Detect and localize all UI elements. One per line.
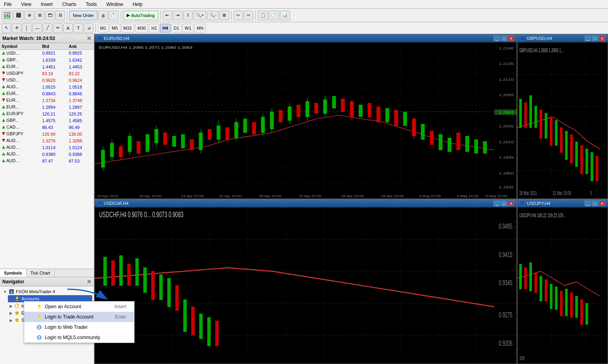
- tab-tick-chart[interactable]: Tick Chart: [27, 269, 55, 277]
- tf-mn[interactable]: MN: [194, 24, 206, 32]
- usdjpy-title-bar: USDJPY,H4 _ □ ✕: [517, 199, 608, 207]
- toolbar-btn-16[interactable]: 📊: [280, 11, 290, 20]
- tf-h1[interactable]: H1: [149, 24, 159, 32]
- toolbar-btn-4[interactable]: ⊞: [35, 11, 44, 20]
- text-tool[interactable]: A: [63, 23, 73, 33]
- context-login-web[interactable]: Login to Web Trader: [24, 322, 134, 332]
- svg-text:USDJPY,H4  109.22  109.25  109: USDJPY,H4 109.22 109.25 109...: [519, 212, 566, 218]
- menu-insert[interactable]: Insert: [38, 1, 55, 8]
- usdchf-chart-content[interactable]: USDCHF,H4 0.9076 0... 0.9073 0.9083 0.94…: [95, 207, 517, 364]
- zoom-in-btn[interactable]: 🔍+: [194, 11, 206, 20]
- symbol-cell: AUD...: [0, 137, 40, 144]
- usdjpy-maximize[interactable]: □: [592, 201, 598, 206]
- eurusd-minimize[interactable]: _: [494, 36, 500, 41]
- tf-m1[interactable]: M1: [98, 24, 108, 32]
- toolbar-btn-15[interactable]: 📋: [258, 11, 268, 20]
- svg-rect-187: [581, 300, 583, 324]
- navigator-close[interactable]: ✕: [87, 279, 91, 285]
- accounts-icon: [14, 296, 20, 301]
- gbpusd-maximize[interactable]: □: [592, 36, 598, 41]
- menu-file[interactable]: File: [2, 1, 14, 8]
- toolbar-btn-13[interactable]: ⇦: [234, 11, 243, 20]
- usdchf-maximize[interactable]: □: [501, 201, 507, 206]
- tf-d1[interactable]: D1: [171, 24, 182, 32]
- new-order-btn[interactable]: New Order: [69, 11, 97, 20]
- svg-text:5: 5: [590, 190, 591, 196]
- toolbar-btn-10[interactable]: ⇥: [173, 11, 182, 20]
- shape-tool[interactable]: ⊿: [84, 23, 93, 33]
- usdjpy-icon: [520, 201, 525, 206]
- bid-cell: 135.90: [40, 131, 67, 137]
- gbpusd-chart-content[interactable]: GBPUSD,H4 1.3900 1.3900 1...: [517, 42, 608, 199]
- chart-eurusd[interactable]: EURUSD,H4 _ □ ✕: [94, 34, 517, 199]
- select-tool[interactable]: ↖: [2, 23, 11, 33]
- tf-m5[interactable]: M5: [109, 24, 120, 32]
- crosshair-tool[interactable]: ✛: [12, 23, 21, 33]
- chart-usdchf[interactable]: USDCHF,H4 _ □ ✕ USDCHF,H4 0.9076 0... 0.…: [94, 199, 517, 364]
- usdchf-minimize[interactable]: _: [494, 201, 500, 206]
- zoom-out-btn[interactable]: 🔍-: [207, 11, 219, 20]
- ask-cell: 1.0124: [67, 144, 94, 151]
- tab-symbols[interactable]: Symbols: [0, 269, 27, 277]
- usdjpy-close[interactable]: ✕: [599, 201, 605, 206]
- svg-marker-7: [2, 65, 5, 68]
- svg-rect-160: [127, 264, 131, 286]
- usdjpy-minimize[interactable]: _: [585, 201, 591, 206]
- autotrading-btn[interactable]: ▶ AutoTrading: [123, 11, 158, 20]
- context-login-mql5[interactable]: Login to MQL5.community: [24, 332, 134, 343]
- menu-window[interactable]: Window: [104, 1, 126, 8]
- tf-m30[interactable]: M30: [135, 24, 148, 32]
- context-login-trade[interactable]: Login to Trade Account Enter: [24, 312, 134, 322]
- ask-cell: 1.3288: [67, 137, 94, 144]
- eurusd-maximize[interactable]: □: [501, 36, 507, 41]
- label-tool[interactable]: T: [74, 23, 83, 33]
- usdchf-close[interactable]: ✕: [508, 201, 514, 206]
- eurusd-chart-content[interactable]: 1.2160 1.2135 1.2110 1.2085 1.2063 1.203…: [95, 42, 517, 199]
- menu-charts[interactable]: Charts: [60, 1, 78, 8]
- ask-cell: 1.4453: [67, 63, 94, 70]
- new-chart-btn[interactable]: [2, 11, 13, 20]
- toolbar-btn-6[interactable]: ⊟: [55, 11, 65, 20]
- svg-rect-164: [160, 275, 163, 300]
- toolbar-btn-12[interactable]: ⊞: [220, 11, 229, 20]
- eurusd-close[interactable]: ✕: [508, 36, 514, 41]
- svg-text:1.1960: 1.1960: [499, 171, 514, 175]
- chart-gbpusd[interactable]: GBPUSD,H4 _ □ ✕ GBPUSD,H4 1.3900 1.3900 …: [517, 34, 608, 199]
- toolbar-btn-9[interactable]: ⇤: [163, 11, 172, 20]
- toolbar-btn-8[interactable]: 📩: [108, 11, 119, 20]
- nav-root[interactable]: ▼ 4 FXON MetaTrader 4: [2, 288, 92, 295]
- svg-point-24: [16, 297, 18, 299]
- tf-w1[interactable]: W1: [182, 24, 194, 32]
- gbpusd-close[interactable]: ✕: [599, 36, 605, 41]
- usdjpy-chart-content[interactable]: USDJPY,H4 109.22 109.25 109...: [517, 207, 608, 364]
- toolbar-btn-5[interactable]: 🗔: [45, 11, 55, 20]
- menu-help[interactable]: Help: [130, 1, 145, 8]
- tf-h4[interactable]: H4: [160, 24, 170, 32]
- menu-tools[interactable]: Tools: [84, 1, 99, 8]
- draw-tool[interactable]: ✏: [53, 23, 63, 33]
- toolbar-btn-7[interactable]: 🖨: [98, 11, 108, 20]
- chart-usdjpy[interactable]: USDJPY,H4 _ □ ✕ USDJPY,H4 109.22 109.25 …: [517, 199, 608, 364]
- tf-m15[interactable]: M15: [121, 24, 134, 32]
- bid-cell: 1.4451: [40, 63, 67, 70]
- gbpusd-minimize[interactable]: _: [585, 36, 591, 41]
- symbol-cell: USD...: [0, 77, 40, 83]
- toolbar-btn-11[interactable]: ⇧: [183, 11, 193, 20]
- svg-text:1.2085: 1.2085: [499, 93, 514, 97]
- nav-root-label: FXON MetaTrader 4: [16, 289, 55, 294]
- svg-text:16 Apr 2021: 16 Apr 2021: [97, 194, 118, 198]
- line-tool-h[interactable]: —: [32, 23, 42, 33]
- context-open-account[interactable]: Open an Account Insert: [24, 301, 134, 312]
- clock-btn[interactable]: 🕐: [269, 11, 279, 20]
- toolbar-btn-14[interactable]: ⇨: [244, 11, 253, 20]
- trend-line-tool[interactable]: ╱: [43, 23, 52, 33]
- svg-rect-179: [540, 276, 542, 301]
- menu-view[interactable]: View: [19, 1, 34, 8]
- svg-rect-180: [545, 280, 547, 301]
- ea-icon: [14, 310, 20, 316]
- toolbar-btn-2[interactable]: ⬛: [13, 11, 24, 20]
- bid-cell: 1.4575: [40, 117, 67, 124]
- toolbar-btn-3[interactable]: ⊕: [25, 11, 34, 20]
- line-tool-v[interactable]: │: [22, 23, 32, 33]
- market-watch-close[interactable]: ✕: [87, 35, 91, 42]
